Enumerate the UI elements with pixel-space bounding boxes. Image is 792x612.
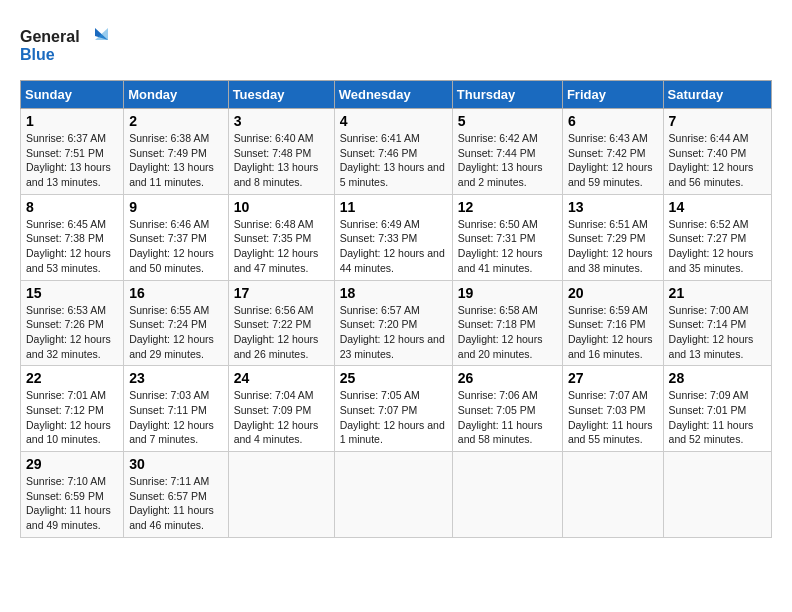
- calendar-cell: 7 Sunrise: 6:44 AM Sunset: 7:40 PM Dayli…: [663, 109, 771, 195]
- day-number: 27: [568, 370, 658, 386]
- day-number: 2: [129, 113, 222, 129]
- calendar-cell: 5 Sunrise: 6:42 AM Sunset: 7:44 PM Dayli…: [452, 109, 562, 195]
- header-saturday: Saturday: [663, 81, 771, 109]
- calendar-cell: 15 Sunrise: 6:53 AM Sunset: 7:26 PM Dayl…: [21, 280, 124, 366]
- calendar-week-3: 15 Sunrise: 6:53 AM Sunset: 7:26 PM Dayl…: [21, 280, 772, 366]
- day-number: 13: [568, 199, 658, 215]
- calendar-cell: 10 Sunrise: 6:48 AM Sunset: 7:35 PM Dayl…: [228, 194, 334, 280]
- day-number: 14: [669, 199, 766, 215]
- day-number: 11: [340, 199, 447, 215]
- day-number: 16: [129, 285, 222, 301]
- day-number: 24: [234, 370, 329, 386]
- calendar-cell: 22 Sunrise: 7:01 AM Sunset: 7:12 PM Dayl…: [21, 366, 124, 452]
- calendar-cell: [663, 452, 771, 538]
- day-number: 3: [234, 113, 329, 129]
- calendar-cell: 16 Sunrise: 6:55 AM Sunset: 7:24 PM Dayl…: [124, 280, 228, 366]
- day-number: 9: [129, 199, 222, 215]
- calendar-cell: 30 Sunrise: 7:11 AM Sunset: 6:57 PM Dayl…: [124, 452, 228, 538]
- calendar-cell: 17 Sunrise: 6:56 AM Sunset: 7:22 PM Dayl…: [228, 280, 334, 366]
- calendar-week-4: 22 Sunrise: 7:01 AM Sunset: 7:12 PM Dayl…: [21, 366, 772, 452]
- calendar-cell: 29 Sunrise: 7:10 AM Sunset: 6:59 PM Dayl…: [21, 452, 124, 538]
- day-info: Sunrise: 7:04 AM Sunset: 7:09 PM Dayligh…: [234, 388, 329, 447]
- day-number: 5: [458, 113, 557, 129]
- calendar-cell: 2 Sunrise: 6:38 AM Sunset: 7:49 PM Dayli…: [124, 109, 228, 195]
- header-monday: Monday: [124, 81, 228, 109]
- day-info: Sunrise: 6:49 AM Sunset: 7:33 PM Dayligh…: [340, 217, 447, 276]
- day-info: Sunrise: 6:38 AM Sunset: 7:49 PM Dayligh…: [129, 131, 222, 190]
- day-number: 12: [458, 199, 557, 215]
- day-info: Sunrise: 7:01 AM Sunset: 7:12 PM Dayligh…: [26, 388, 118, 447]
- page-header: General Blue: [20, 20, 772, 70]
- day-number: 7: [669, 113, 766, 129]
- day-info: Sunrise: 7:09 AM Sunset: 7:01 PM Dayligh…: [669, 388, 766, 447]
- calendar-cell: 6 Sunrise: 6:43 AM Sunset: 7:42 PM Dayli…: [562, 109, 663, 195]
- calendar-cell: 28 Sunrise: 7:09 AM Sunset: 7:01 PM Dayl…: [663, 366, 771, 452]
- day-number: 6: [568, 113, 658, 129]
- day-number: 19: [458, 285, 557, 301]
- calendar-cell: 4 Sunrise: 6:41 AM Sunset: 7:46 PM Dayli…: [334, 109, 452, 195]
- calendar-cell: [452, 452, 562, 538]
- day-info: Sunrise: 6:42 AM Sunset: 7:44 PM Dayligh…: [458, 131, 557, 190]
- day-number: 30: [129, 456, 222, 472]
- day-number: 4: [340, 113, 447, 129]
- svg-text:General: General: [20, 28, 80, 45]
- header-sunday: Sunday: [21, 81, 124, 109]
- day-info: Sunrise: 7:11 AM Sunset: 6:57 PM Dayligh…: [129, 474, 222, 533]
- calendar-cell: 23 Sunrise: 7:03 AM Sunset: 7:11 PM Dayl…: [124, 366, 228, 452]
- calendar-week-5: 29 Sunrise: 7:10 AM Sunset: 6:59 PM Dayl…: [21, 452, 772, 538]
- day-info: Sunrise: 7:00 AM Sunset: 7:14 PM Dayligh…: [669, 303, 766, 362]
- day-number: 25: [340, 370, 447, 386]
- day-number: 8: [26, 199, 118, 215]
- calendar-cell: 20 Sunrise: 6:59 AM Sunset: 7:16 PM Dayl…: [562, 280, 663, 366]
- svg-text:Blue: Blue: [20, 46, 55, 63]
- day-info: Sunrise: 6:37 AM Sunset: 7:51 PM Dayligh…: [26, 131, 118, 190]
- day-number: 23: [129, 370, 222, 386]
- calendar-cell: 1 Sunrise: 6:37 AM Sunset: 7:51 PM Dayli…: [21, 109, 124, 195]
- calendar-cell: [334, 452, 452, 538]
- day-info: Sunrise: 6:41 AM Sunset: 7:46 PM Dayligh…: [340, 131, 447, 190]
- calendar-week-2: 8 Sunrise: 6:45 AM Sunset: 7:38 PM Dayli…: [21, 194, 772, 280]
- day-info: Sunrise: 6:53 AM Sunset: 7:26 PM Dayligh…: [26, 303, 118, 362]
- calendar-cell: 3 Sunrise: 6:40 AM Sunset: 7:48 PM Dayli…: [228, 109, 334, 195]
- day-info: Sunrise: 6:52 AM Sunset: 7:27 PM Dayligh…: [669, 217, 766, 276]
- day-number: 26: [458, 370, 557, 386]
- header-wednesday: Wednesday: [334, 81, 452, 109]
- calendar-cell: 11 Sunrise: 6:49 AM Sunset: 7:33 PM Dayl…: [334, 194, 452, 280]
- day-info: Sunrise: 6:57 AM Sunset: 7:20 PM Dayligh…: [340, 303, 447, 362]
- day-info: Sunrise: 7:06 AM Sunset: 7:05 PM Dayligh…: [458, 388, 557, 447]
- calendar-cell: 21 Sunrise: 7:00 AM Sunset: 7:14 PM Dayl…: [663, 280, 771, 366]
- calendar-table: SundayMondayTuesdayWednesdayThursdayFrid…: [20, 80, 772, 538]
- header-tuesday: Tuesday: [228, 81, 334, 109]
- logo: General Blue: [20, 20, 110, 70]
- day-number: 10: [234, 199, 329, 215]
- day-info: Sunrise: 6:50 AM Sunset: 7:31 PM Dayligh…: [458, 217, 557, 276]
- day-number: 15: [26, 285, 118, 301]
- header-friday: Friday: [562, 81, 663, 109]
- calendar-cell: 14 Sunrise: 6:52 AM Sunset: 7:27 PM Dayl…: [663, 194, 771, 280]
- day-info: Sunrise: 6:45 AM Sunset: 7:38 PM Dayligh…: [26, 217, 118, 276]
- calendar-cell: 8 Sunrise: 6:45 AM Sunset: 7:38 PM Dayli…: [21, 194, 124, 280]
- day-number: 21: [669, 285, 766, 301]
- day-number: 29: [26, 456, 118, 472]
- calendar-header-row: SundayMondayTuesdayWednesdayThursdayFrid…: [21, 81, 772, 109]
- logo-svg: General Blue: [20, 20, 110, 70]
- day-number: 17: [234, 285, 329, 301]
- day-info: Sunrise: 7:10 AM Sunset: 6:59 PM Dayligh…: [26, 474, 118, 533]
- calendar-cell: 19 Sunrise: 6:58 AM Sunset: 7:18 PM Dayl…: [452, 280, 562, 366]
- day-info: Sunrise: 7:07 AM Sunset: 7:03 PM Dayligh…: [568, 388, 658, 447]
- day-number: 28: [669, 370, 766, 386]
- calendar-cell: 13 Sunrise: 6:51 AM Sunset: 7:29 PM Dayl…: [562, 194, 663, 280]
- day-number: 1: [26, 113, 118, 129]
- calendar-cell: 9 Sunrise: 6:46 AM Sunset: 7:37 PM Dayli…: [124, 194, 228, 280]
- day-info: Sunrise: 7:03 AM Sunset: 7:11 PM Dayligh…: [129, 388, 222, 447]
- day-info: Sunrise: 6:40 AM Sunset: 7:48 PM Dayligh…: [234, 131, 329, 190]
- day-info: Sunrise: 6:51 AM Sunset: 7:29 PM Dayligh…: [568, 217, 658, 276]
- day-number: 22: [26, 370, 118, 386]
- day-info: Sunrise: 6:56 AM Sunset: 7:22 PM Dayligh…: [234, 303, 329, 362]
- day-number: 18: [340, 285, 447, 301]
- calendar-cell: 26 Sunrise: 7:06 AM Sunset: 7:05 PM Dayl…: [452, 366, 562, 452]
- day-info: Sunrise: 6:43 AM Sunset: 7:42 PM Dayligh…: [568, 131, 658, 190]
- calendar-cell: 12 Sunrise: 6:50 AM Sunset: 7:31 PM Dayl…: [452, 194, 562, 280]
- calendar-cell: [228, 452, 334, 538]
- day-number: 20: [568, 285, 658, 301]
